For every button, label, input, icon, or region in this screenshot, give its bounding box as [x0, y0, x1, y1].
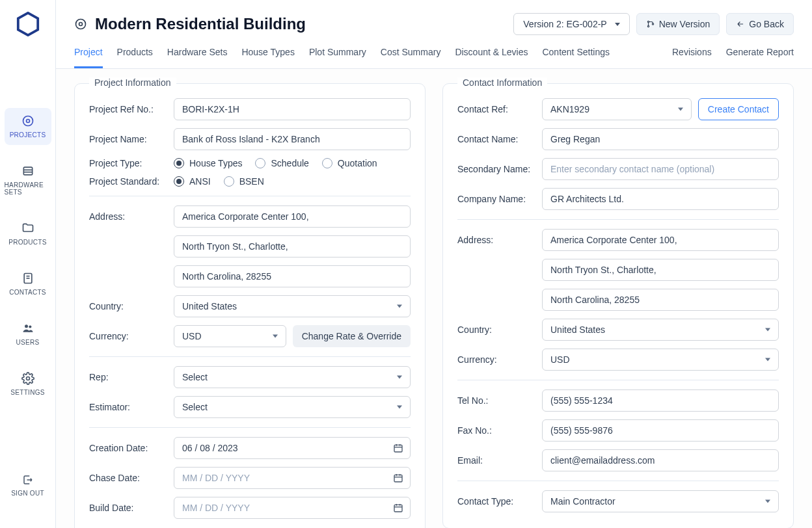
- sidebar-item-products[interactable]: PRODUCTS: [5, 215, 51, 252]
- project-country-select[interactable]: United States: [174, 295, 411, 317]
- button-label: New Version: [659, 19, 710, 29]
- secondary-name-input[interactable]: Enter secondary contact name (optional): [542, 158, 779, 180]
- svg-point-2: [23, 116, 33, 126]
- fax-input[interactable]: (555) 555-9876: [542, 419, 779, 442]
- project-standard-label: Project Standard:: [89, 176, 167, 187]
- project-currency-select[interactable]: USD: [174, 325, 286, 347]
- email-label: Email:: [457, 455, 535, 466]
- sidebar-item-contacts[interactable]: CONTACTS: [5, 265, 51, 302]
- version-select[interactable]: Version 2: EG-002-P: [513, 13, 629, 35]
- radio-house-types[interactable]: House Types: [174, 158, 242, 168]
- tel-input[interactable]: (555) 555-1234: [542, 389, 779, 412]
- svg-point-14: [647, 21, 649, 22]
- panel-legend: Contact Information: [457, 77, 547, 88]
- contact-address-label: Address:: [457, 235, 535, 245]
- main: Modern Residential Building Version 2: E…: [56, 0, 812, 528]
- calendar-icon: [393, 473, 403, 483]
- svg-rect-25: [394, 505, 402, 512]
- contact-address1-input[interactable]: America Corporate Center 100,: [542, 229, 779, 251]
- tab-house-types[interactable]: House Types: [241, 47, 294, 68]
- radio-label: House Types: [189, 158, 242, 168]
- build-date-label: Build Date:: [89, 503, 167, 513]
- project-name-input[interactable]: Bank of Ross Island - K2X Branch: [174, 128, 411, 150]
- chase-date-label: Chase Date:: [89, 473, 167, 483]
- rep-select[interactable]: Select: [174, 366, 411, 388]
- contact-address3-input[interactable]: North Carolina, 28255: [542, 289, 779, 311]
- sidebar-item-hardware-sets[interactable]: HARDWARE SETS: [5, 158, 51, 202]
- project-address1-input[interactable]: America Corporate Center 100,: [174, 205, 411, 228]
- go-back-button[interactable]: Go Back: [726, 13, 794, 35]
- radio-ansi[interactable]: ANSI: [174, 176, 211, 187]
- sidebar-item-users[interactable]: USERS: [5, 315, 51, 352]
- svg-rect-17: [394, 445, 402, 452]
- contact-ref-label: Contact Ref:: [457, 104, 535, 114]
- radio-label: Quotation: [338, 158, 377, 168]
- content: Project Information Project Ref No.: BOR…: [56, 69, 812, 528]
- contact-type-select[interactable]: Main Contractor: [542, 490, 779, 512]
- secondary-name-label: Secondary Name:: [457, 164, 535, 174]
- estimator-select[interactable]: Select: [174, 396, 411, 418]
- tab-discount-levies[interactable]: Discount & Levies: [455, 47, 528, 68]
- calendar-icon: [393, 503, 403, 513]
- contact-info-panel: Contact Information Contact Ref: AKN1929…: [442, 83, 794, 528]
- sidebar-item-projects[interactable]: PROJECTS: [5, 108, 51, 145]
- tab-content-settings[interactable]: Content Settings: [542, 47, 610, 68]
- company-name-input[interactable]: GR Architects Ltd.: [542, 188, 779, 210]
- project-address3-input[interactable]: North Carolina, 28255: [174, 265, 411, 287]
- company-name-label: Company Name:: [457, 194, 535, 204]
- svg-point-11: [26, 377, 29, 380]
- tab-plot-summary[interactable]: Plot Summary: [309, 47, 366, 68]
- sidebar-item-settings[interactable]: SETTINGS: [5, 365, 51, 403]
- contact-country-select[interactable]: United States: [542, 319, 779, 341]
- build-date-input[interactable]: MM / DD / YYYY: [174, 497, 411, 519]
- sidebar-label: PRODUCTS: [8, 239, 47, 246]
- chase-date-input[interactable]: MM / DD / YYYY: [174, 467, 411, 489]
- creation-date-label: Creation Date:: [89, 443, 167, 453]
- estimator-label: Estimator:: [89, 402, 167, 412]
- svg-point-10: [29, 325, 31, 328]
- sidebar: PROJECTS HARDWARE SETS PRODUCTS CONTACTS…: [0, 0, 56, 528]
- radio-bsen[interactable]: BSEN: [224, 176, 264, 187]
- svg-point-16: [652, 23, 653, 25]
- tab-cost-summary[interactable]: Cost Summary: [381, 47, 441, 68]
- project-info-panel: Project Information Project Ref No.: BOR…: [74, 83, 426, 528]
- target-icon: [74, 18, 87, 31]
- project-address2-input[interactable]: North Tryon St., Charlotte,: [174, 235, 411, 257]
- header: Modern Residential Building Version 2: E…: [56, 0, 812, 69]
- contact-name-input[interactable]: Greg Regan: [542, 128, 779, 150]
- project-currency-label: Currency:: [89, 331, 167, 341]
- tab-project[interactable]: Project: [74, 47, 103, 68]
- svg-point-9: [25, 324, 28, 328]
- project-ref-input[interactable]: BORI-K2X-1H: [174, 98, 411, 120]
- svg-marker-0: [18, 13, 37, 35]
- tab-products[interactable]: Products: [117, 47, 153, 68]
- change-rate-button[interactable]: Change Rate & Override: [293, 325, 411, 347]
- sidebar-item-signout[interactable]: SIGN OUT: [5, 468, 51, 503]
- contact-ref-select[interactable]: AKN1929: [542, 98, 692, 120]
- page-title: Modern Residential Building: [95, 15, 306, 33]
- tab-revisions[interactable]: Revisions: [672, 47, 712, 68]
- project-address-label: Address:: [89, 211, 167, 222]
- radio-schedule[interactable]: Schedule: [255, 158, 308, 168]
- radio-label: Schedule: [271, 158, 308, 168]
- calendar-icon: [393, 443, 403, 453]
- new-version-button[interactable]: New Version: [636, 13, 720, 35]
- tel-label: Tel No.:: [457, 395, 535, 406]
- email-input[interactable]: client@emailaddress.com: [542, 449, 779, 471]
- contact-country-label: Country:: [457, 324, 535, 335]
- date-value: MM / DD / YYYY: [182, 503, 250, 513]
- project-country-label: Country:: [89, 301, 167, 311]
- project-ref-label: Project Ref No.:: [89, 104, 167, 114]
- contact-currency-select[interactable]: USD: [542, 349, 779, 371]
- tab-generate-report[interactable]: Generate Report: [726, 47, 794, 68]
- radio-quotation[interactable]: Quotation: [322, 158, 377, 168]
- sidebar-label: PROJECTS: [10, 131, 46, 139]
- project-name-label: Project Name:: [89, 134, 167, 144]
- rep-label: Rep:: [89, 372, 167, 382]
- version-label: Version 2: EG-002-P: [523, 19, 606, 29]
- creation-date-input[interactable]: 06 / 08 / 2023: [174, 437, 411, 459]
- create-contact-button[interactable]: Create Contact: [698, 98, 779, 120]
- contact-address2-input[interactable]: North Tryon St., Charlotte,: [542, 259, 779, 281]
- svg-rect-3: [23, 167, 32, 175]
- tab-hardware-sets[interactable]: Hardware Sets: [167, 47, 228, 68]
